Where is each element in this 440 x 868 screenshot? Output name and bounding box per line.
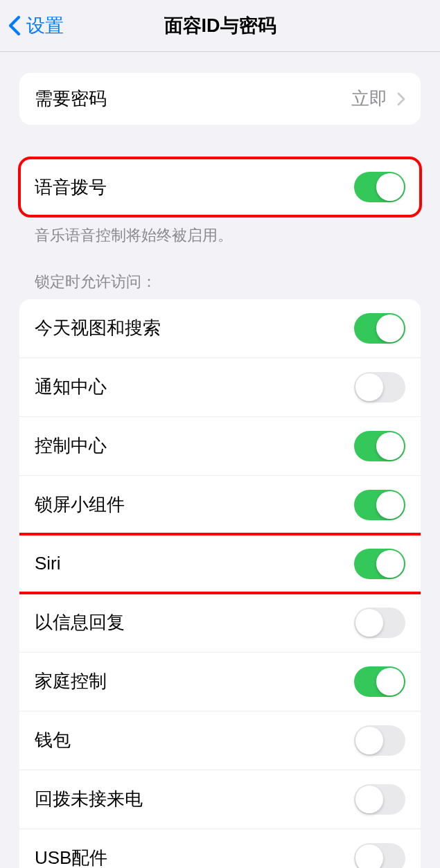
lock-item-label: USB配件 <box>35 846 107 868</box>
voice-dial-footer: 音乐语音控制将始终被启用。 <box>19 216 421 247</box>
lock-item-row: 锁屏小组件 <box>19 475 421 534</box>
lock-item-row: 以信息回复 <box>19 593 421 652</box>
lock-item-label: Siri <box>35 553 61 574</box>
lock-item-row: 钱包 <box>19 711 421 770</box>
lock-item-toggle[interactable] <box>354 372 405 402</box>
lock-item-label: 钱包 <box>35 728 71 752</box>
lock-item-row: 通知中心 <box>19 357 421 416</box>
lock-item-label: 家庭控制 <box>35 669 107 693</box>
lock-item-toggle[interactable] <box>354 549 405 579</box>
lock-item-toggle[interactable] <box>354 843 405 868</box>
voice-dial-card: 语音拨号 <box>19 158 421 216</box>
lock-item-row: 回拨未接来电 <box>19 770 421 829</box>
lock-item-row: 控制中心 <box>19 416 421 475</box>
lock-item-toggle[interactable] <box>354 490 405 520</box>
lock-item-label: 回拨未接来电 <box>35 787 143 811</box>
content-area: 需要密码 立即 语音拨号 音乐语音控制将始终被启用。 锁定时允许访问： 今天视图… <box>0 52 440 868</box>
lock-item-toggle[interactable] <box>354 313 405 344</box>
require-passcode-label: 需要密码 <box>35 87 107 111</box>
lock-access-card: 今天视图和搜索通知中心控制中心锁屏小组件Siri以信息回复家庭控制钱包回拨未接来… <box>19 299 421 868</box>
voice-dial-toggle[interactable] <box>354 172 405 202</box>
lock-item-row: 家庭控制 <box>19 652 421 711</box>
chevron-right-icon <box>397 92 405 106</box>
require-passcode-card: 需要密码 立即 <box>19 73 421 125</box>
lock-item-toggle[interactable] <box>354 725 405 756</box>
lock-item-row: Siri <box>19 534 421 593</box>
require-passcode-value: 立即 <box>351 87 405 111</box>
voice-dial-row: 语音拨号 <box>19 158 421 216</box>
lock-item-toggle[interactable] <box>354 666 405 697</box>
lock-item-label: 通知中心 <box>35 375 107 399</box>
lock-item-row: 今天视图和搜索 <box>19 299 421 357</box>
page-title: 面容ID与密码 <box>164 13 276 38</box>
lock-access-header: 锁定时允许访问： <box>19 272 421 299</box>
lock-item-label: 今天视图和搜索 <box>35 316 161 340</box>
voice-dial-label: 语音拨号 <box>35 175 107 200</box>
require-passcode-row[interactable]: 需要密码 立即 <box>19 73 421 125</box>
navigation-header: 设置 面容ID与密码 <box>0 0 440 52</box>
chevron-left-icon <box>8 15 21 36</box>
back-button[interactable]: 设置 <box>8 13 64 38</box>
back-label: 设置 <box>26 13 64 38</box>
lock-item-toggle[interactable] <box>354 608 405 638</box>
lock-item-label: 以信息回复 <box>35 610 125 635</box>
lock-item-label: 控制中心 <box>35 434 107 458</box>
lock-item-label: 锁屏小组件 <box>35 493 125 517</box>
lock-item-toggle[interactable] <box>354 784 405 815</box>
lock-item-toggle[interactable] <box>354 431 405 461</box>
lock-item-row: USB配件 <box>19 829 421 868</box>
